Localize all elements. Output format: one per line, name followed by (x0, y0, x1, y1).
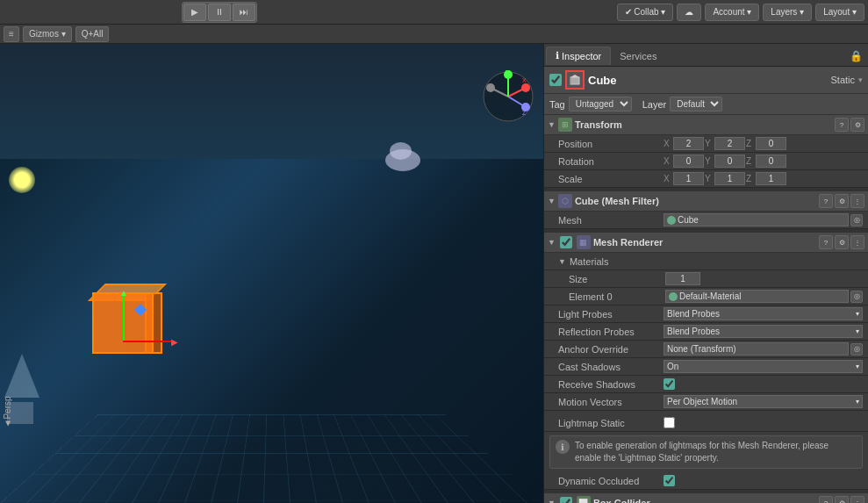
transform-component-header[interactable]: ▼ ⊞ Transform ? ⚙ (544, 115, 868, 135)
mesh-renderer-more-btn[interactable]: ⋮ (850, 235, 864, 249)
box-collider-info-btn[interactable]: ? (819, 496, 833, 503)
services-tab-label: Services (620, 51, 656, 61)
receive-shadows-checkbox[interactable] (664, 378, 675, 390)
receive-shadows-label: Receive Shadows (558, 379, 664, 390)
rotation-y-input[interactable] (714, 154, 745, 168)
object-name-input[interactable] (588, 74, 827, 87)
motion-vectors-dropdown[interactable]: Per Object Motion ▾ (664, 395, 863, 408)
element0-label: Element 0 (569, 291, 665, 302)
scale-values: X Y Z (664, 172, 863, 185)
anchor-override-picker[interactable]: ◎ (850, 343, 863, 356)
size-label: Size (569, 274, 665, 284)
rotation-values: X Y Z (664, 154, 863, 168)
cloud-button[interactable]: ☁ (677, 4, 701, 21)
rotation-z-input[interactable] (756, 154, 786, 168)
main-area: ▶ ▲ ◄Persp X Y (0, 44, 868, 503)
y-axis-arrow: ▲ (119, 288, 128, 298)
perspective-label: ◄Persp (3, 396, 12, 428)
lock-icon[interactable]: 🔒 (850, 50, 863, 62)
tag-layer-row: Tag Untagged Layer Default (544, 94, 868, 115)
position-x-input[interactable] (673, 137, 704, 150)
mesh-filter-info-btn[interactable]: ? (819, 194, 833, 208)
rotation-x-input[interactable] (673, 154, 704, 168)
inspector-icon: ℹ (556, 50, 559, 61)
sy-label: Y (705, 174, 714, 183)
tag-select[interactable]: Untagged (569, 97, 632, 111)
position-z-input[interactable] (756, 137, 786, 150)
size-input[interactable] (665, 272, 700, 285)
element0-icon (669, 292, 678, 301)
mesh-filter-more-btn[interactable]: ⋮ (850, 194, 864, 208)
play-controls: ▶ ⏸ ⏭ (182, 2, 257, 23)
reflection-probes-dropdown[interactable]: Blend Probes ▾ (664, 325, 863, 338)
mesh-renderer-settings-btn[interactable]: ⚙ (835, 235, 849, 249)
transform-info-btn[interactable]: ? (835, 118, 849, 132)
rotation-label: Rotation (558, 156, 664, 167)
box-collider-icon: ⬜ (577, 496, 591, 503)
mesh-renderer-header[interactable]: ▼ ▦ Mesh Renderer ? ⚙ ⋮ (544, 233, 868, 253)
mesh-filter-header[interactable]: ▼ ⬡ Cube (Mesh Filter) ? ⚙ ⋮ (544, 191, 868, 212)
box-collider-header[interactable]: ▼ ⬜ Box Collider ? ⚙ ⋮ (544, 493, 868, 503)
search-all-button[interactable]: Q+All (75, 26, 110, 42)
pause-button[interactable]: ⏸ (208, 4, 231, 21)
layers-button[interactable]: Layers ▾ (763, 4, 812, 21)
top-right-buttons: ✔ Collab ▾ ☁ Account ▾ Layers ▾ Layout ▾ (617, 4, 864, 21)
scale-label: Scale (558, 174, 664, 184)
grid-floor (0, 159, 543, 503)
position-y-input[interactable] (714, 137, 745, 150)
mesh-renderer-title: Mesh Renderer (593, 237, 816, 248)
toolbar-strip-icon[interactable]: ≡ (4, 26, 19, 42)
viewport[interactable]: ▶ ▲ ◄Persp X Y (0, 44, 543, 503)
inspector-content: ▼ ⊞ Transform ? ⚙ Position X Y (544, 115, 868, 503)
lightmap-static-checkbox[interactable] (664, 417, 675, 428)
mesh-renderer-enabled-checkbox[interactable] (560, 236, 572, 248)
cast-shadows-dropdown[interactable]: On ▾ (664, 360, 863, 373)
transform-collapse-arrow: ▼ (548, 120, 556, 129)
account-button[interactable]: Account ▾ (705, 4, 759, 21)
sun-object (9, 167, 35, 193)
gizmos-button[interactable]: Gizmos ▾ (23, 26, 72, 42)
play-button[interactable]: ▶ (183, 4, 206, 21)
static-dropdown-arrow[interactable]: ▾ (858, 75, 863, 84)
tab-services[interactable]: Services (611, 48, 665, 64)
step-button[interactable]: ⏭ (233, 4, 255, 21)
cloud-object (385, 149, 420, 171)
motion-vectors-label: Motion Vectors (558, 397, 664, 407)
box-collider-actions: ? ⚙ ⋮ (819, 496, 864, 503)
box-collider-settings-btn[interactable]: ⚙ (835, 496, 849, 503)
svg-text:Y: Y (505, 70, 509, 75)
rotation-row: Rotation X Y Z (544, 153, 868, 170)
object-header: Static ▾ (544, 67, 868, 94)
mesh-filter-settings-btn[interactable]: ⚙ (835, 194, 849, 208)
info-text: To enable generation of lightmaps for th… (575, 440, 857, 464)
materials-collapse[interactable]: ▼ (558, 257, 566, 266)
dynamic-occluded-checkbox[interactable] (664, 475, 675, 486)
element0-picker-btn[interactable]: ◎ (850, 291, 863, 303)
object-active-checkbox[interactable] (549, 74, 562, 86)
viewport-orientation-gizmo[interactable]: X Y Z (482, 70, 534, 123)
dynamic-occluded-label: Dynamic Occluded (558, 476, 664, 486)
viewport-canvas: ▶ ▲ ◄Persp X Y (0, 44, 543, 503)
scale-z-input[interactable] (756, 172, 786, 185)
right-panel: ℹ Inspector Services 🔒 Static ▾ (543, 44, 868, 503)
layer-select[interactable]: Default (670, 97, 722, 111)
layout-button[interactable]: Layout ▾ (815, 4, 864, 21)
tab-inspector[interactable]: ℹ Inspector (546, 47, 611, 65)
mesh-picker-btn[interactable]: ◎ (850, 214, 863, 226)
position-y-field: Y (705, 137, 745, 150)
light-probes-dropdown[interactable]: Blend Probes ▾ (664, 307, 863, 320)
scale-x-input[interactable] (673, 172, 704, 185)
reflection-probes-row: Reflection Probes Blend Probes ▾ (544, 323, 868, 341)
dynamic-occluded-row: Dynamic Occluded (544, 472, 868, 490)
layer-label: Layer (642, 99, 667, 110)
svg-rect-12 (570, 77, 579, 84)
scale-y-input[interactable] (714, 172, 745, 185)
box-collider-more-btn[interactable]: ⋮ (850, 496, 864, 503)
box-collider-enabled-checkbox[interactable] (560, 497, 572, 503)
x-axis-arrow: ▶ (171, 337, 178, 347)
transform-settings-btn[interactable]: ⚙ (850, 118, 864, 132)
mesh-renderer-info-btn[interactable]: ? (819, 235, 833, 249)
collab-button[interactable]: ✔ Collab ▾ (617, 4, 674, 21)
panel-tabs: ℹ Inspector Services 🔒 (544, 44, 868, 67)
tag-label: Tag (549, 99, 565, 110)
